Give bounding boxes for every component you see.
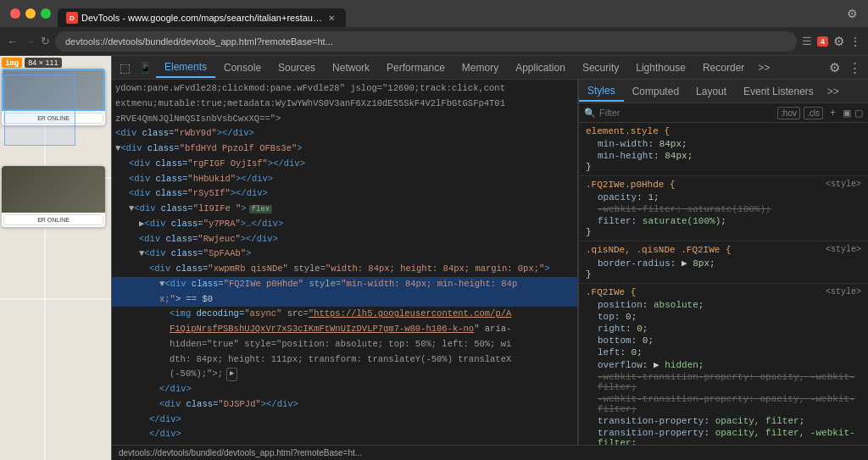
style-icon-1[interactable]: ▣	[843, 108, 851, 119]
styles-tab-layout[interactable]: Layout	[687, 82, 735, 101]
css-prop-left[interactable]: left: 0;	[586, 346, 861, 358]
device-emulation-icon[interactable]: 📱	[136, 58, 154, 77]
minimize-btn[interactable]	[25, 8, 36, 19]
css-prop-webkit-transition-2[interactable]: -webkit-transition-property: opacity, -w…	[586, 393, 861, 415]
styles-tab-computed[interactable]: Computed	[624, 82, 687, 101]
settings-devtools-icon[interactable]: ⚙	[826, 60, 843, 75]
css-prop-filter[interactable]: filter: saturate(100%);	[586, 215, 861, 227]
close-btn[interactable]	[10, 8, 20, 19]
add-style-btn[interactable]: +	[826, 106, 839, 119]
cls-btn[interactable]: .cls	[804, 107, 823, 119]
css-prop-transition-2[interactable]: transition-property: opacity, filter, -w…	[586, 427, 861, 445]
extensions-icon[interactable]: ☰	[802, 35, 812, 47]
more-icon[interactable]: ⋮	[849, 35, 861, 48]
tab-console[interactable]: Console	[215, 58, 270, 77]
css-prop-transition-1[interactable]: transition-property: opacity, filter;	[586, 415, 861, 427]
dom-line-9[interactable]: ▼<div class="lI9IFe ">flex	[112, 202, 577, 217]
settings-icon[interactable]: ⚙	[847, 7, 858, 20]
css-prop-overflow[interactable]: overflow: ▶ hidden;	[586, 358, 861, 371]
tab-network[interactable]: Network	[324, 58, 378, 77]
dom-line-12[interactable]: ▼<div class="SpFAAb">	[112, 247, 577, 262]
dom-line-8[interactable]: <div class="rSy5If"></div>	[112, 186, 577, 202]
css-close-brace-1: }	[586, 162, 861, 172]
dom-line-3[interactable]: zRVE4QmNJQlNmQSIsnbVsbCwxXQ==">	[112, 112, 577, 127]
css-prop-opacity[interactable]: opacity: 1;	[586, 191, 861, 203]
dom-line-img-3[interactable]: hidden="true" style="position: absolute;…	[112, 337, 577, 352]
gear-icon[interactable]: ⚙	[833, 34, 844, 49]
dom-line-1[interactable]: ydown:pane.wFvdle28;clickmod:pane.wFvdle…	[112, 81, 577, 97]
img-dimensions: 84 × 111	[25, 58, 61, 68]
tab-memory[interactable]: Memory	[453, 58, 507, 77]
styles-panel-tabs: Styles Computed Layout Event Listeners >…	[579, 80, 868, 103]
forward-icon[interactable]: →	[24, 35, 36, 48]
dom-line-selected[interactable]: ▼<div class="FQ2IWe p0Hhde" style="min-w…	[112, 277, 577, 292]
css-prop-minheight[interactable]: min-height: 84px;	[586, 150, 861, 162]
dom-line-13[interactable]: <div class="xwpmRb qisNDe" style="width:…	[112, 262, 577, 277]
style-icon-2[interactable]: ▢	[854, 108, 863, 119]
filter-bar: 🔍 :hov .cls + ▣ ▢	[579, 103, 868, 123]
browser-viewport: img 84 × 111 ydown:pane.wFvdle28;clickmo…	[0, 56, 112, 460]
tab-performance[interactable]: Performance	[378, 58, 453, 77]
tab-application[interactable]: Application	[507, 58, 574, 77]
styles-tab-styles[interactable]: Styles	[579, 81, 624, 102]
css-prop-minwidth[interactable]: min-width: 84px;	[586, 138, 861, 150]
address-input[interactable]: devtools://devtools/bundled/devtools_app…	[55, 31, 797, 52]
styles-tab-event-listeners[interactable]: Event Listeners	[735, 82, 822, 101]
dom-line-selected-cont[interactable]: x;"> == $0	[112, 292, 577, 308]
css-prop-webkit-transition-1[interactable]: -webkit-transition-property: opacity, -w…	[586, 371, 861, 393]
css-prop-border-radius[interactable]: border-radius: ▶ 8px;	[586, 257, 861, 269]
dom-panel[interactable]: ydown:pane.wFvdle28;clickmod:pane.wFvdle…	[112, 80, 578, 445]
devtools-tabs: Elements Console Sources Network Perform…	[156, 56, 775, 80]
card-image-2	[2, 166, 105, 213]
css-selector-fq2iwe: .FQ2IWe.p0Hhde { <style>	[586, 180, 861, 190]
restaurant-card-1[interactable]: ydown:pane.wFvdle28;clickmod:pane.wFvdle…	[2, 69, 105, 125]
dom-line-6[interactable]: <div class="rgFIGF OyjIsf"></div>	[112, 157, 577, 172]
restaurant-card-2[interactable]: ER ONLINE	[2, 166, 105, 227]
active-tab[interactable]: D DevTools - www.google.com/maps/search/…	[58, 8, 346, 27]
dom-line-img[interactable]: <img decoding="async" src="https://lh5.g…	[112, 307, 577, 322]
css-prop-position[interactable]: position: absolute;	[586, 299, 861, 311]
tab-sources[interactable]: Sources	[270, 58, 324, 77]
dom-line-11[interactable]: <div class="Rwjeuc"></div>	[112, 232, 577, 247]
dom-line-img-4[interactable]: dth: 84px; height: 111px; transform: tra…	[112, 352, 577, 368]
css-prop-bottom[interactable]: bottom: 0;	[586, 335, 861, 346]
dom-line-close2[interactable]: </div>	[112, 413, 577, 428]
styles-more-btn[interactable]: >>	[822, 82, 844, 101]
styles-content[interactable]: element.style { min-width: 84px; min-hei…	[579, 123, 868, 445]
tab-security[interactable]: Security	[574, 58, 627, 77]
css-prop-webkit-filter[interactable]: -webkit-filter: saturate(100%);	[586, 203, 861, 215]
tab-recorder[interactable]: Recorder	[694, 58, 753, 77]
filter-input[interactable]	[599, 108, 774, 118]
dom-line-2[interactable]: extmenu;mutable:true;metadata:WyIwYWhVS0…	[112, 97, 577, 112]
dom-line-img-2[interactable]: F1QipNrsfPSBshUJQxVr7xS3cIKmFtWnUIzDVLP7…	[112, 322, 577, 337]
dom-line-4[interactable]: <div class="rWbY9d"></div>	[112, 126, 577, 141]
devtools-panel: ⬚ 📱 Elements Console Sources Network Per…	[112, 56, 868, 460]
reload-icon[interactable]: ↻	[41, 35, 50, 47]
statusbar-text: devtools://devtools/bundled/devtools_app…	[119, 448, 362, 457]
main-area: img 84 × 111 ydown:pane.wFvdle28;clickmo…	[0, 56, 868, 460]
dom-line-close3[interactable]: </div>	[112, 427, 577, 442]
address-text: devtools://devtools/bundled/devtools_app…	[65, 36, 333, 47]
more-tabs-btn[interactable]: >>	[753, 58, 775, 77]
window-controls	[10, 8, 51, 19]
online-badge-1: ydown:pane.wFvdle28;clickmod:pane.wFvdle…	[3, 113, 103, 124]
dom-line-close1[interactable]: </div>	[112, 382, 577, 397]
css-prop-top[interactable]: top: 0;	[586, 311, 861, 323]
cursor-tool-icon[interactable]: ⬚	[115, 58, 134, 77]
dom-line-5[interactable]: ▼<div class="bfdHYd Ppzolf OFBs3e">	[112, 141, 577, 157]
tab-lighthouse[interactable]: Lighthouse	[627, 58, 694, 77]
dom-line-img-5[interactable]: (-50%);">; ▶	[112, 367, 577, 382]
tab-title: DevTools - www.google.com/maps/search/it…	[81, 13, 322, 23]
css-selector-qisnde: .qisNDe, .qisNDe .FQ2IWe { <style>	[586, 245, 861, 255]
tab-close-icon[interactable]: ✕	[326, 14, 337, 23]
dom-line-10[interactable]: ▶<div class="y7PRA">…</div>	[112, 217, 577, 232]
vertical-dots-icon[interactable]: ⋮	[845, 60, 865, 75]
back-icon[interactable]: ←	[7, 35, 19, 48]
maximize-btn[interactable]	[41, 8, 51, 19]
dom-line-7[interactable]: <div class="hHbUkid"></div>	[112, 172, 577, 187]
devtools-statusbar: devtools://devtools/bundled/devtools_app…	[112, 445, 868, 460]
tab-elements[interactable]: Elements	[156, 58, 215, 78]
css-prop-right[interactable]: right: 0;	[586, 323, 861, 335]
hov-btn[interactable]: :hov	[777, 107, 800, 119]
dom-line-djspjd[interactable]: <div class="DJSPJd"></div>	[112, 397, 577, 413]
